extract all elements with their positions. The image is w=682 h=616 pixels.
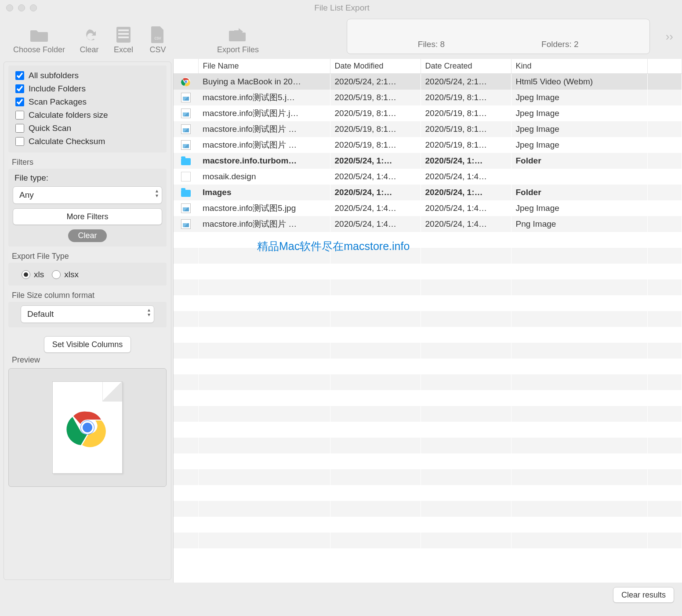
row-modified: 2020/5/24, 2:1… bbox=[330, 74, 421, 90]
table-row[interactable] bbox=[174, 453, 682, 469]
quick-scan-checkbox[interactable]: Quick Scan bbox=[13, 122, 162, 135]
radio-icon bbox=[22, 270, 30, 279]
table-row[interactable] bbox=[174, 469, 682, 485]
row-created: 2020/5/24, 1:… bbox=[421, 185, 511, 200]
size-format-value: Default bbox=[27, 309, 54, 319]
export-files-button[interactable]: Export Files bbox=[210, 26, 266, 54]
row-kind: Jpeg Image bbox=[511, 137, 647, 153]
row-icon-cell bbox=[174, 121, 198, 137]
row-icon-cell bbox=[174, 105, 198, 121]
footer: Clear results bbox=[0, 583, 682, 607]
zoom-window-button[interactable] bbox=[30, 4, 37, 11]
table-row[interactable] bbox=[174, 359, 682, 374]
table-row[interactable]: macstore.info测试图片 …2020/5/24, 1:4…2020/5… bbox=[174, 216, 682, 232]
clear-button[interactable]: Clear bbox=[72, 26, 106, 54]
choose-folder-button[interactable]: Choose Folder bbox=[6, 26, 72, 54]
chevron-updown-icon: ▴▾ bbox=[148, 308, 150, 317]
row-created: 2020/5/24, 1:4… bbox=[421, 200, 511, 216]
close-window-button[interactable] bbox=[6, 4, 13, 11]
table-row[interactable]: macstore.info测试图5.jpg2020/5/24, 1:4…2020… bbox=[174, 200, 682, 216]
preview-panel bbox=[8, 368, 167, 487]
col-created[interactable]: Date Created bbox=[421, 59, 511, 74]
table-row[interactable] bbox=[174, 517, 682, 533]
excel-label: Excel bbox=[114, 45, 133, 54]
image-icon bbox=[181, 124, 191, 134]
more-filters-button[interactable]: More Filters bbox=[13, 208, 162, 225]
clear-results-button[interactable]: Clear results bbox=[613, 587, 674, 603]
row-icon-cell bbox=[174, 137, 198, 153]
document-icon bbox=[52, 381, 123, 474]
col-name[interactable]: File Name bbox=[198, 59, 330, 74]
minimize-window-button[interactable] bbox=[18, 4, 25, 11]
folder-icon bbox=[29, 26, 49, 43]
table-row[interactable]: Buying a MacBook in 20…2020/5/24, 2:1…20… bbox=[174, 74, 682, 90]
row-name: Images bbox=[198, 185, 330, 200]
folders-count: Folders: 2 bbox=[541, 40, 578, 49]
clear-filters-button[interactable]: Clear bbox=[68, 229, 106, 242]
table-row[interactable] bbox=[174, 533, 682, 548]
row-icon-cell bbox=[174, 185, 198, 200]
table-row[interactable]: macstore.info测试图5.j…2020/5/19, 8:1…2020/… bbox=[174, 90, 682, 105]
table-row[interactable] bbox=[174, 501, 682, 517]
overflow-icon[interactable]: ›› bbox=[666, 30, 673, 43]
calculate-checksum-checkbox[interactable]: Calculate Checksum bbox=[13, 135, 162, 148]
table-row[interactable] bbox=[174, 327, 682, 343]
table-row[interactable]: macstore.info.turbom…2020/5/24, 1:…2020/… bbox=[174, 153, 682, 169]
table-row[interactable] bbox=[174, 264, 682, 279]
row-kind: Folder bbox=[511, 153, 647, 169]
table-row[interactable] bbox=[174, 374, 682, 390]
size-format-select[interactable]: Default ▴▾ bbox=[21, 305, 154, 323]
choose-folder-label: Choose Folder bbox=[13, 45, 65, 54]
table-row[interactable] bbox=[174, 438, 682, 453]
row-name: mosaik.design bbox=[198, 169, 330, 185]
radio-icon bbox=[52, 270, 61, 279]
image-icon bbox=[181, 203, 191, 213]
row-name: macstore.info测试图5.j… bbox=[198, 90, 330, 105]
row-modified: 2020/5/19, 8:1… bbox=[330, 90, 421, 105]
calculate-folders-size-checkbox[interactable]: Calculate folders size bbox=[13, 109, 162, 122]
table-row[interactable] bbox=[174, 311, 682, 327]
set-visible-columns-button[interactable]: Set Visible Columns bbox=[44, 336, 131, 353]
image-icon bbox=[181, 93, 191, 102]
titlebar: File List Export bbox=[0, 0, 682, 16]
export-files-label: Export Files bbox=[217, 45, 259, 54]
row-modified: 2020/5/24, 1:… bbox=[330, 153, 421, 169]
row-kind: Jpeg Image bbox=[511, 121, 647, 137]
file-table[interactable]: File Name Date Modified Date Created Kin… bbox=[173, 59, 682, 583]
excel-button[interactable]: Excel bbox=[106, 26, 141, 54]
row-icon-cell bbox=[174, 90, 198, 105]
row-name: macstore.info测试图片 … bbox=[198, 121, 330, 137]
table-row[interactable] bbox=[174, 248, 682, 264]
table-row[interactable] bbox=[174, 232, 682, 248]
clear-label: Clear bbox=[80, 45, 99, 54]
all-subfolders-checkbox[interactable]: All subfolders bbox=[13, 69, 162, 82]
file-type-select[interactable]: Any ▴▾ bbox=[13, 186, 162, 204]
row-modified: 2020/5/19, 8:1… bbox=[330, 137, 421, 153]
xlsx-radio[interactable]: xlsx bbox=[52, 270, 79, 279]
table-row[interactable] bbox=[174, 422, 682, 438]
preview-label: Preview bbox=[8, 354, 167, 366]
table-row[interactable] bbox=[174, 406, 682, 422]
include-folders-checkbox[interactable]: Include Folders bbox=[13, 82, 162, 95]
svg-rect-3 bbox=[118, 36, 129, 38]
xls-radio[interactable]: xls bbox=[22, 270, 44, 279]
scan-packages-checkbox[interactable]: Scan Packages bbox=[13, 95, 162, 109]
table-row[interactable]: macstore.info测试图片 …2020/5/19, 8:1…2020/5… bbox=[174, 121, 682, 137]
table-row[interactable] bbox=[174, 343, 682, 359]
table-row[interactable] bbox=[174, 485, 682, 501]
col-modified[interactable]: Date Modified bbox=[330, 59, 421, 74]
row-kind: Jpeg Image bbox=[511, 200, 647, 216]
table-row[interactable]: Images2020/5/24, 1:…2020/5/24, 1:…Folder bbox=[174, 185, 682, 200]
table-row[interactable] bbox=[174, 279, 682, 295]
table-row[interactable]: macstore.info测试图片.j…2020/5/19, 8:1…2020/… bbox=[174, 105, 682, 121]
row-kind: Png Image bbox=[511, 216, 647, 232]
table-row[interactable] bbox=[174, 295, 682, 311]
col-kind[interactable]: Kind bbox=[511, 59, 647, 74]
table-header-row[interactable]: File Name Date Modified Date Created Kin… bbox=[174, 59, 682, 74]
table-row[interactable]: mosaik.design2020/5/24, 1:4…2020/5/24, 1… bbox=[174, 169, 682, 185]
csv-button[interactable]: csv CSV bbox=[141, 26, 175, 54]
table-row[interactable] bbox=[174, 390, 682, 406]
svg-rect-2 bbox=[118, 33, 129, 35]
row-created: 2020/5/24, 2:1… bbox=[421, 74, 511, 90]
table-row[interactable]: macstore.info测试图片 …2020/5/19, 8:1…2020/5… bbox=[174, 137, 682, 153]
